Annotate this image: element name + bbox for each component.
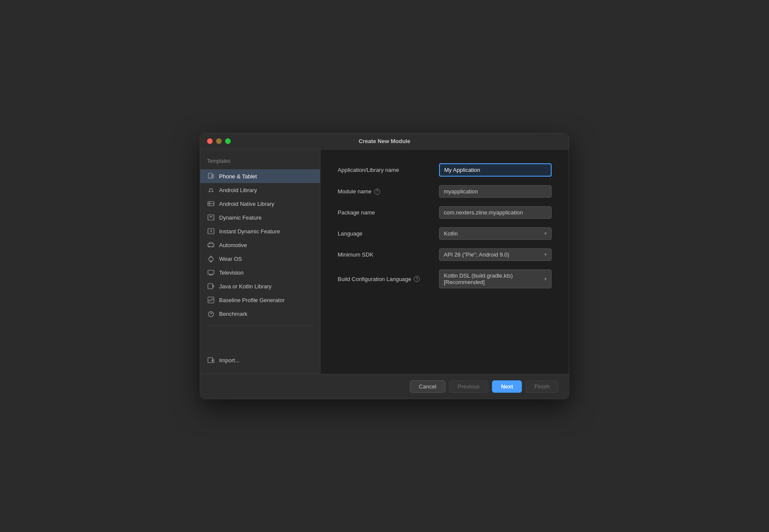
svg-rect-2 [212,174,214,178]
sidebar-item-television[interactable]: Television [200,266,320,279]
sidebar-item-android-native-library[interactable]: Android Native Library [200,197,320,211]
svg-rect-15 [210,256,212,257]
module-name-help-icon[interactable]: ? [374,189,380,195]
phone-tablet-icon [207,172,215,180]
svg-rect-17 [208,270,214,274]
app-library-name-label: Application/Library name [338,167,432,173]
sidebar-bottom: Import... [200,353,320,367]
sidebar: Templates Phone & Tablet [200,150,320,374]
min-sdk-row: Minimum SDK API 28 ("Pie"; Android 9.0) … [338,248,552,261]
svg-point-13 [212,246,214,248]
language-select-value: Kotlin [444,230,458,237]
automotive-icon [207,241,215,249]
build-config-select-value: Kotlin DSL (build.gradle.kts) [Recommend… [444,272,544,285]
television-icon [207,269,215,276]
sidebar-item-java-kotlin-library[interactable]: Java or Kotlin Library [200,279,320,293]
instant-dynamic-feature-icon [207,227,215,235]
sidebar-item-label: Automotive [219,242,247,248]
sidebar-item-instant-dynamic-feature[interactable]: Instant Dynamic Feature [200,224,320,238]
sidebar-item-label: Android Native Library [219,201,275,207]
sidebar-item-label: Television [219,269,244,276]
sidebar-item-phone-tablet[interactable]: Phone & Tablet [200,169,320,183]
sidebar-item-label: Java or Kotlin Library [219,283,272,290]
benchmark-icon [207,310,215,318]
build-config-row: Build Configuration Language ? Kotlin DS… [338,269,552,288]
svg-point-14 [209,257,213,261]
minimize-button[interactable] [216,138,222,144]
sidebar-item-label: Instant Dynamic Feature [219,228,280,235]
sidebar-item-import[interactable]: Import... [200,353,320,367]
min-sdk-chevron-icon: ▾ [544,252,547,257]
dynamic-feature-icon [207,214,215,221]
sidebar-item-label: Dynamic Feature [219,214,262,221]
wear-os-icon [207,255,215,263]
sidebar-item-dynamic-feature[interactable]: Dynamic Feature [200,211,320,224]
package-name-input[interactable] [439,206,552,219]
dialog-title: Create New Module [359,138,410,144]
sidebar-item-label: Benchmark [219,311,247,317]
sidebar-item-android-library[interactable]: Android Library [200,183,320,197]
min-sdk-select-value: API 28 ("Pie"; Android 9.0) [444,251,509,258]
package-name-row: Package name [338,206,552,219]
title-bar: Create New Module [200,133,569,150]
svg-point-4 [212,188,213,189]
main-content: Application/Library name Module name ? P… [320,150,569,374]
baseline-profile-icon [207,296,215,304]
app-library-name-input[interactable] [439,163,552,177]
package-name-label: Package name [338,209,432,216]
next-button[interactable]: Next [492,380,522,393]
android-library-icon [207,186,215,194]
sidebar-item-label: Wear OS [219,256,242,262]
language-label: Language [338,230,432,237]
svg-point-3 [210,188,211,189]
build-config-help-icon[interactable]: ? [414,276,420,282]
finish-button[interactable]: Finish [525,380,558,393]
sidebar-item-label: Android Library [219,187,257,193]
module-name-input[interactable] [439,185,552,198]
import-icon [207,356,215,364]
min-sdk-select[interactable]: API 28 ("Pie"; Android 9.0) ▾ [439,248,552,261]
language-select[interactable]: Kotlin ▾ [439,227,552,240]
build-config-chevron-icon: ▾ [544,276,547,282]
sidebar-item-baseline-profile[interactable]: Baseline Profile Generator [200,293,320,307]
close-button[interactable] [207,138,213,144]
sidebar-divider [207,326,313,326]
min-sdk-label: Minimum SDK [338,251,432,258]
java-kotlin-library-icon [207,282,215,290]
svg-rect-22 [208,297,214,303]
svg-point-12 [209,246,210,248]
svg-rect-21 [208,284,213,289]
svg-rect-24 [208,358,213,363]
sidebar-item-automotive[interactable]: Automotive [200,238,320,252]
language-row: Language Kotlin ▾ [338,227,552,240]
module-name-row: Module name ? [338,185,552,198]
build-config-label: Build Configuration Language ? [338,276,432,282]
cancel-button[interactable]: Cancel [410,380,445,393]
android-native-library-icon [207,200,215,208]
app-library-name-row: Application/Library name [338,163,552,177]
sidebar-section-title: Templates [200,156,320,169]
import-label: Import... [219,357,240,364]
svg-rect-9 [208,215,214,220]
sidebar-item-label: Baseline Profile Generator [219,297,284,303]
svg-rect-1 [210,177,211,178]
maximize-button[interactable] [225,138,231,144]
build-config-select[interactable]: Kotlin DSL (build.gradle.kts) [Recommend… [439,269,552,288]
module-name-label: Module name ? [338,188,432,195]
sidebar-item-label: Phone & Tablet [219,173,257,180]
sidebar-item-wear-os[interactable]: Wear OS [200,252,320,266]
dialog-footer: Cancel Previous Next Finish [200,374,569,399]
sidebar-item-benchmark[interactable]: Benchmark [200,307,320,321]
dialog-body: Templates Phone & Tablet [200,150,569,374]
language-chevron-icon: ▾ [544,231,547,236]
create-new-module-dialog: Create New Module Templates Phone & Tabl… [200,133,569,399]
traffic-lights [207,138,231,144]
previous-button[interactable]: Previous [449,380,489,393]
